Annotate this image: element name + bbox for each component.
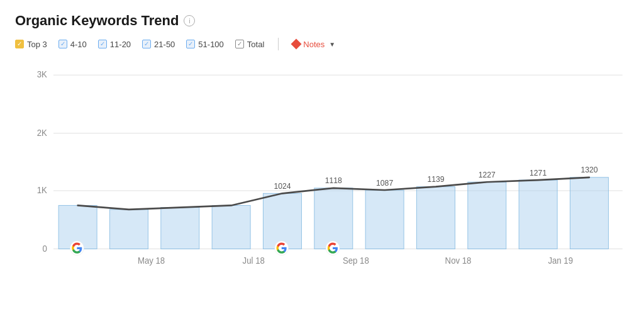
checkbox-total[interactable]: ✓ bbox=[235, 40, 244, 48]
svg-text:1118: 1118 bbox=[325, 176, 342, 185]
bar-4 bbox=[212, 205, 250, 249]
svg-text:Sep 18: Sep 18 bbox=[343, 256, 369, 266]
svg-text:3K: 3K bbox=[37, 70, 47, 79]
svg-text:Nov 18: Nov 18 bbox=[445, 256, 472, 266]
page-title: Organic Keywords Trend bbox=[15, 13, 179, 29]
checkbox-51-100[interactable]: ✓ bbox=[186, 40, 195, 48]
svg-text:1K: 1K bbox=[37, 186, 47, 195]
google-icon-3 bbox=[326, 241, 340, 256]
legend-label-11-20: 11-20 bbox=[110, 40, 131, 49]
legend-label-51-100: 51-100 bbox=[198, 40, 223, 49]
chart-svg: 3K 2K 1K 0 1024 1118 1087 1139 1227 bbox=[15, 62, 629, 276]
diamond-icon bbox=[291, 39, 302, 50]
svg-text:Jul 18: Jul 18 bbox=[243, 256, 265, 266]
info-icon[interactable]: i bbox=[184, 15, 195, 26]
legend-item-21-50[interactable]: ✓ 21-50 bbox=[142, 40, 175, 49]
bar-11 bbox=[570, 177, 608, 249]
svg-text:2K: 2K bbox=[37, 128, 47, 138]
checkbox-21-50[interactable]: ✓ bbox=[142, 40, 151, 48]
legend-label-total: Total bbox=[247, 40, 264, 49]
notes-label: Notes bbox=[303, 40, 325, 49]
legend-item-4-10[interactable]: ✓ 4-10 bbox=[58, 40, 87, 49]
bar-6 bbox=[314, 188, 353, 249]
bar-10 bbox=[519, 180, 557, 249]
bar-5 bbox=[263, 193, 301, 249]
notes-button[interactable]: Notes ▼ bbox=[292, 40, 335, 49]
legend-item-top3[interactable]: ✓ Top 3 bbox=[15, 40, 47, 49]
svg-text:Jan 19: Jan 19 bbox=[548, 256, 573, 266]
svg-text:1320: 1320 bbox=[580, 166, 597, 174]
legend-label-top3: Top 3 bbox=[27, 40, 47, 49]
legend-item-51-100[interactable]: ✓ 51-100 bbox=[186, 40, 223, 49]
svg-text:1271: 1271 bbox=[530, 168, 547, 177]
bar-8 bbox=[416, 187, 455, 249]
google-icon-2 bbox=[275, 241, 289, 256]
svg-text:1024: 1024 bbox=[274, 182, 291, 191]
legend-item-11-20[interactable]: ✓ 11-20 bbox=[98, 40, 131, 49]
legend-item-total[interactable]: ✓ Total bbox=[235, 40, 264, 49]
dropdown-arrow-icon: ▼ bbox=[329, 41, 335, 48]
bar-2 bbox=[109, 210, 148, 249]
checkbox-top3[interactable]: ✓ bbox=[15, 40, 24, 48]
svg-text:1139: 1139 bbox=[427, 175, 444, 184]
bar-9 bbox=[468, 182, 506, 249]
legend-label-21-50: 21-50 bbox=[154, 40, 175, 49]
checkbox-4-10[interactable]: ✓ bbox=[58, 40, 67, 48]
svg-text:0: 0 bbox=[42, 244, 47, 253]
svg-text:May 18: May 18 bbox=[138, 256, 165, 266]
svg-text:1227: 1227 bbox=[479, 171, 496, 179]
chart-area: 3K 2K 1K 0 1024 1118 1087 1139 1227 bbox=[15, 62, 629, 276]
checkbox-11-20[interactable]: ✓ bbox=[98, 40, 107, 48]
bar-7 bbox=[365, 190, 404, 249]
svg-text:1087: 1087 bbox=[376, 178, 393, 187]
bar-3 bbox=[161, 208, 199, 249]
legend-row: ✓ Top 3 ✓ 4-10 ✓ 11-20 ✓ 21-50 ✓ 51-100 … bbox=[15, 38, 629, 50]
legend-label-4-10: 4-10 bbox=[70, 40, 87, 49]
legend-divider bbox=[278, 38, 279, 50]
google-icon-1 bbox=[70, 241, 84, 256]
